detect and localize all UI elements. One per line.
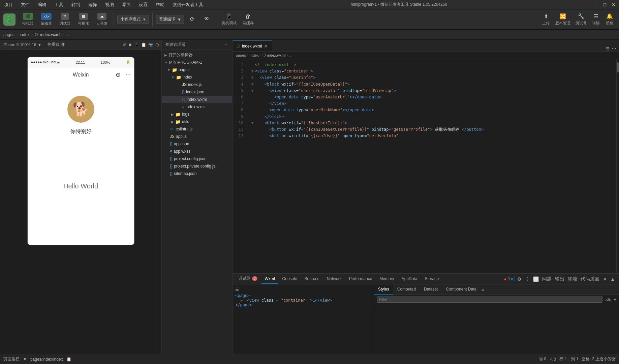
fold-3[interactable]: ▼ xyxy=(250,74,255,81)
debug-settings-icon[interactable]: ⚙ xyxy=(516,276,523,282)
file-tree-index-json[interactable]: {} index.json xyxy=(162,88,232,96)
version-button[interactable]: 🔀 版本管理 xyxy=(553,12,572,27)
menu-wechat-tools[interactable]: 微信开发者工具 xyxy=(171,2,205,8)
minimize-button[interactable]: ─ xyxy=(593,2,599,7)
debug-tab-wxml[interactable]: Wxml xyxy=(261,274,278,284)
file-tree-eslint[interactable]: ⊙ .eslintrc.js xyxy=(162,125,232,133)
fold-5[interactable]: ▼ xyxy=(250,88,255,94)
debug-quality-label[interactable]: 代码质量 xyxy=(579,275,601,283)
tablet-icon[interactable]: 📋 xyxy=(141,42,146,47)
menu-file[interactable]: 文件 xyxy=(20,2,31,8)
code-line-9: </block> xyxy=(250,114,612,120)
debug-tab-console[interactable]: Console xyxy=(279,274,301,284)
dr-tab-dataset[interactable]: Dataset xyxy=(420,284,442,295)
test-button[interactable]: 🔧 测试号 xyxy=(574,12,589,27)
dr-tab-component[interactable]: Component Data xyxy=(442,284,481,295)
editor-tab-active[interactable]: ⬡ index.wxml ✕ xyxy=(233,40,272,51)
debug-issues-label[interactable]: 问题 xyxy=(541,275,553,283)
line-num-8: 8 xyxy=(233,107,243,113)
debug-tab-network[interactable]: Network xyxy=(323,274,345,284)
dr-more-icon[interactable]: » xyxy=(482,287,485,292)
real-debug-button[interactable]: 📱 真机调试 xyxy=(220,12,239,27)
scan-icon[interactable]: ⬡ xyxy=(155,42,159,47)
filter-add-icon[interactable]: + xyxy=(614,297,616,302)
file-tree-index-js[interactable]: JS index.js xyxy=(162,81,232,88)
phone-icon[interactable]: 📱 xyxy=(134,42,139,47)
menu-project[interactable]: 项目 xyxy=(3,2,14,8)
editor-button[interactable]: </> 编辑器 xyxy=(38,12,55,27)
file-tree-utils-folder[interactable]: ▶ 📁 utils xyxy=(162,118,232,125)
record-icon[interactable]: ⏺ xyxy=(128,42,132,47)
menu-ui[interactable]: 界面 xyxy=(121,2,132,8)
debug-more-icon[interactable]: ⋮ xyxy=(524,276,531,282)
debug-tab-storage[interactable]: Storage xyxy=(421,274,442,284)
debug-expand-icon[interactable]: ⬜ xyxy=(532,276,540,282)
dr-tab-styles[interactable]: Styles xyxy=(374,284,393,295)
debug-close-icon[interactable]: ✕ xyxy=(601,276,608,282)
file-tree-index-folder[interactable]: ▼ 📁 index xyxy=(162,73,232,81)
project-root-section[interactable]: ▼ MINIPROGRAM-1 xyxy=(162,59,232,66)
debug-left-icon[interactable]: ☰ xyxy=(235,287,239,292)
wxml-tree-view[interactable]: ▶ <view class = "container" >…</view> xyxy=(235,298,371,303)
debugger-button[interactable]: ⇄ 调试器 xyxy=(57,11,73,27)
menu-view[interactable]: 视图 xyxy=(104,2,115,8)
hot-reload-toggle[interactable]: 热重载 开 xyxy=(48,42,65,48)
debug-terminal-label[interactable]: 终端 xyxy=(566,275,579,283)
close-button[interactable]: ✕ xyxy=(611,2,616,7)
preview-button[interactable]: 👁 xyxy=(200,14,213,24)
notify-button[interactable]: 🔔 消息 xyxy=(603,12,616,27)
file-tree-logs-folder[interactable]: ▶ 📁 logs xyxy=(162,111,232,118)
dr-tab-computed[interactable]: Computed xyxy=(393,284,420,295)
filter-input[interactable] xyxy=(377,296,602,303)
file-tree-sitemap[interactable]: {} sitemap.json xyxy=(162,170,232,177)
split-editor-icon[interactable]: ⊟ xyxy=(606,46,610,51)
clear-cache-button[interactable]: 🗑 清缓存 xyxy=(241,12,256,27)
file-tree-appwxss[interactable]: ≡ app.wxss xyxy=(162,148,232,155)
file-tree-projectprivate[interactable]: {} project.private.config.js... xyxy=(162,162,232,170)
simulator-button[interactable]: ⬛ 模拟器 xyxy=(20,11,36,27)
debug-tab-appdata[interactable]: AppData xyxy=(398,274,421,284)
simulator-toolbar: iPhone 5 100% 16 ▼ 热重载 开 ↺ ⏺ 📱 📋 📷 ⬡ xyxy=(0,40,161,50)
file-tree-projectconfig[interactable]: {} project.config.json xyxy=(162,155,232,162)
compile-selector[interactable]: 普通编译 ▼ xyxy=(156,15,184,24)
file-tree-index-wxml[interactable]: ⬡ index.wxml xyxy=(162,96,232,103)
index-folder-icon: 📁 xyxy=(176,75,181,80)
more-editor-icon[interactable]: ⋯ xyxy=(612,46,616,51)
device-selector[interactable]: iPhone 5 100% 16 ▼ xyxy=(3,42,41,47)
debug-output-label[interactable]: 输出 xyxy=(554,275,566,283)
file-tree-menu-icon[interactable]: ⋯ xyxy=(225,42,229,47)
menu-tools[interactable]: 工具 xyxy=(53,2,65,8)
file-tree-index-wxss[interactable]: ≡ index.wxss xyxy=(162,103,232,111)
wxml-view-class-attr: class xyxy=(261,298,274,303)
compile-button[interactable]: ⟳ xyxy=(186,14,198,25)
menu-help[interactable]: 帮助 xyxy=(154,2,166,8)
menu-goto[interactable]: 转到 xyxy=(70,2,82,8)
visual-button[interactable]: ▦ 可视化 xyxy=(75,11,92,27)
code-content[interactable]: <!--index.wxml--> ▼ <view class = "conta… xyxy=(246,59,616,273)
debug-tab-performance[interactable]: Performance xyxy=(346,274,376,284)
detail-button[interactable]: ☰ 详情 xyxy=(590,12,602,27)
vertical-scrollbar[interactable] xyxy=(616,59,619,273)
upload-button[interactable]: ⬆ 上传 xyxy=(540,12,552,27)
cloud-button[interactable]: ☁ 云开发 xyxy=(94,11,110,27)
file-tree-appjs[interactable]: JS app.js xyxy=(162,133,232,140)
tab-close-icon[interactable]: ✕ xyxy=(264,43,268,49)
capture-icon[interactable]: 📷 xyxy=(148,42,153,47)
mode-selector[interactable]: 小程序模式 ▼ xyxy=(117,15,149,24)
menu-edit[interactable]: 编辑 xyxy=(36,2,48,8)
refresh-icon[interactable]: ↺ xyxy=(123,42,126,47)
debug-tab-memory[interactable]: Memory xyxy=(376,274,397,284)
file-tree-appjson[interactable]: {} app.json xyxy=(162,140,232,148)
filter-cls-label[interactable]: .cls xyxy=(605,297,611,301)
fold-10[interactable]: ▼ xyxy=(250,120,255,126)
open-editors-section[interactable]: ▶ 打开的编辑器 xyxy=(162,51,232,59)
menu-select[interactable]: 选择 xyxy=(87,2,98,8)
fold-2[interactable]: ▼ xyxy=(250,68,255,74)
debug-tab-sources[interactable]: Sources xyxy=(301,274,323,284)
fold-4[interactable]: ▼ xyxy=(250,81,255,88)
maximize-button[interactable]: □ xyxy=(602,2,608,7)
wxml-tree-page[interactable]: <page> xyxy=(235,293,371,298)
debug-minimize-icon[interactable]: ▲ xyxy=(609,276,616,282)
menu-settings[interactable]: 设置 xyxy=(137,2,149,8)
file-tree-pages-folder[interactable]: ▼ 📁 pages xyxy=(162,66,232,73)
